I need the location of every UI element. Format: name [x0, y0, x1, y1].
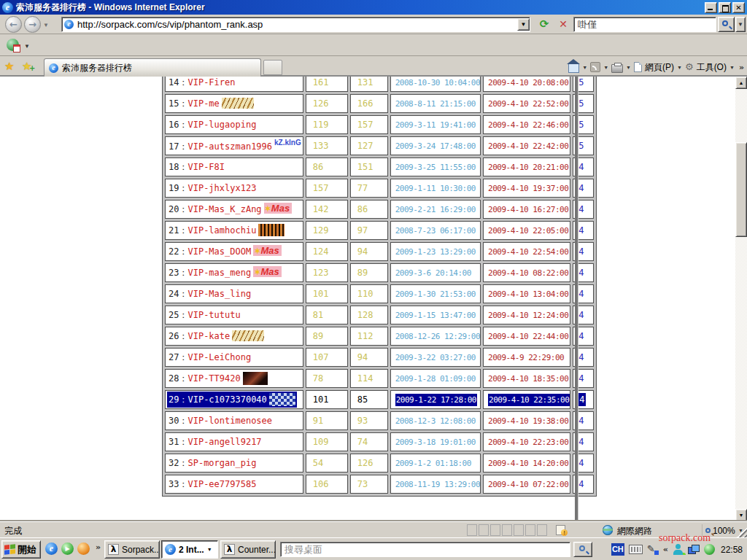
- first-seen-cell: 2009-1-15 13:47:00: [390, 306, 481, 324]
- keyboard-icon[interactable]: [629, 545, 643, 554]
- taskbar-button-label: 2 Int...: [179, 545, 204, 555]
- security-report-icon[interactable]: [556, 525, 565, 535]
- page-menu-label[interactable]: 網頁(P): [645, 61, 674, 74]
- taskbar-button-ie-group[interactable]: e 2 Int... ▼: [161, 540, 218, 559]
- home-icon[interactable]: [568, 63, 579, 73]
- resize-grip: [737, 527, 747, 537]
- table-row: 30：VIP-lontimenosee 91 93 2008-12-3 12:0…: [165, 411, 594, 430]
- start-button[interactable]: 開始: [1, 540, 41, 559]
- refresh-button[interactable]: ⟳: [535, 17, 553, 32]
- vertical-scrollbar[interactable]: ▲ ▼: [735, 77, 747, 521]
- deaths-cell: 112: [350, 327, 388, 346]
- scroll-up-arrow[interactable]: ▲: [735, 77, 747, 89]
- kills-cell: 81: [306, 306, 348, 324]
- player-name-cell: 19：VIP-jhxlyx123: [165, 179, 303, 198]
- home-dropdown-icon[interactable]: ▼: [582, 65, 587, 70]
- player-name: VIP-c1073370040: [187, 394, 266, 405]
- rank-number: 33：: [169, 479, 187, 489]
- quicklaunch-overflow-chevron[interactable]: »: [96, 542, 101, 552]
- taskbar-button-sorpack[interactable]: λ Sorpack...: [104, 540, 160, 559]
- kills-cell: 129: [306, 221, 348, 240]
- table-row: 22：VIP-Mas_DOOMMas 124 94 2009-1-23 13:2…: [165, 242, 594, 261]
- tools-menu-dropdown-icon[interactable]: ▼: [729, 65, 735, 70]
- stop-button[interactable]: ✕: [554, 17, 572, 32]
- scroll-down-arrow[interactable]: ▼: [735, 509, 747, 521]
- first-seen-cell: 2008-12-3 12:08:00: [390, 411, 481, 430]
- table-row: 20：VIP-Mas_K_zAngMas 142 86 2009-2-21 16…: [165, 200, 594, 219]
- page-menu-dropdown-icon[interactable]: ▼: [677, 65, 682, 70]
- table-row: 26：VIP-kate 89 112 2008-12-26 12:29:00 2…: [165, 327, 594, 346]
- quicklaunch-media-icon[interactable]: ▶: [61, 542, 74, 555]
- quicklaunch-app-icon[interactable]: [77, 542, 90, 555]
- player-badge: [258, 224, 285, 236]
- rank-number: 19：: [169, 183, 187, 193]
- minimize-button[interactable]: [705, 2, 717, 13]
- back-button[interactable]: ←: [5, 16, 22, 33]
- first-seen-cell: 2009-1-11 10:30:00: [390, 179, 481, 198]
- search-button[interactable]: [718, 17, 735, 32]
- player-name-cell: 25：VIP-tututu: [165, 306, 303, 324]
- status-text: 完成: [4, 525, 22, 537]
- page-ie-icon: e: [64, 20, 74, 29]
- ie-window: e 索沛服务器排行榜 - Windows Internet Explorer ←…: [0, 0, 747, 560]
- gear-icon[interactable]: ⚙: [685, 62, 694, 72]
- tray-network-icon[interactable]: [688, 545, 700, 555]
- commandbar-overflow-chevron[interactable]: »: [739, 63, 744, 72]
- tools-menu-label[interactable]: 工具(O): [697, 61, 727, 74]
- tray-collapse-chevron[interactable]: «: [663, 545, 668, 554]
- forward-button[interactable]: →: [24, 16, 41, 33]
- scrollbar-thumb[interactable]: [735, 142, 747, 237]
- kills-cell: 133: [306, 136, 348, 155]
- print-dropdown-icon[interactable]: ▼: [626, 65, 631, 70]
- handwriting-icon[interactable]: [647, 544, 659, 556]
- quicklaunch-ie-icon[interactable]: e: [45, 542, 58, 555]
- restore-button[interactable]: [719, 2, 731, 13]
- rss-dropdown-icon[interactable]: ▼: [603, 65, 608, 70]
- last-seen-cell: 2009-4-10 20:21:00: [483, 158, 570, 176]
- deaths-cell: 85: [350, 390, 388, 409]
- new-tab-button[interactable]: [263, 60, 282, 75]
- language-indicator[interactable]: CH: [611, 543, 624, 556]
- player-badge: Mas: [253, 266, 282, 277]
- address-bar[interactable]: e http://sorpack.com/cs/vip/phantom_rank…: [61, 17, 530, 32]
- magnifier-icon: [722, 20, 728, 26]
- player-name-cell: 26：VIP-kate: [165, 327, 303, 346]
- addon-globe-icon[interactable]: [7, 39, 19, 51]
- last-seen-cell: 2009-4-10 16:27:00: [483, 200, 570, 219]
- search-box-text[interactable]: 啩僅: [578, 18, 597, 31]
- kills-cell: 126: [306, 94, 348, 113]
- player-badge: [243, 372, 268, 385]
- tray-user-icon[interactable]: [673, 544, 684, 555]
- player-name: VIP-jhxlyx123: [187, 183, 256, 193]
- desktop-search-button[interactable]: [573, 542, 592, 557]
- favorites-star-icon[interactable]: ★: [4, 60, 14, 73]
- rank-number: 29：: [169, 394, 187, 405]
- player-name-cell: 20：VIP-Mas_K_zAngMas: [165, 200, 303, 219]
- tray-app-icon[interactable]: [704, 544, 715, 555]
- kills-cell: 124: [306, 242, 348, 261]
- tab-active[interactable]: e 索沛服务器排行榜: [44, 58, 261, 77]
- search-options-dropdown[interactable]: ▼: [735, 17, 746, 32]
- deaths-cell: 97: [350, 221, 388, 240]
- rss-icon[interactable]: [590, 62, 600, 72]
- taskbar-button-counter[interactable]: λ Counter...: [220, 540, 276, 559]
- deaths-cell: 77: [350, 179, 388, 198]
- player-name-cell: 15：VIP-me: [165, 94, 303, 113]
- deaths-cell: 131: [350, 77, 388, 92]
- first-seen-cell: 2009-3-25 11:55:00: [390, 158, 481, 176]
- page-menu-icon[interactable]: [634, 62, 642, 72]
- player-name: VIP-Mas_ling: [187, 289, 251, 299]
- addon-dropdown-icon[interactable]: ▼: [24, 43, 30, 50]
- history-dropdown-icon[interactable]: ▼: [43, 22, 49, 28]
- deaths-cell: 166: [350, 94, 388, 113]
- url-text[interactable]: http://sorpack.com/cs/vip/phantom_rank.a…: [77, 19, 263, 30]
- search-box[interactable]: 啩僅: [573, 17, 716, 32]
- add-favorite-plus-icon: +: [29, 64, 35, 72]
- print-icon[interactable]: [611, 64, 623, 73]
- player-name: VIP-mas_meng: [187, 268, 251, 278]
- desktop-search-input[interactable]: 搜尋桌面: [280, 542, 570, 557]
- first-seen-cell: 2009-1-30 21:53:00: [390, 284, 481, 303]
- address-dropdown-button[interactable]: ▼: [517, 18, 530, 31]
- deaths-cell: 114: [350, 369, 388, 388]
- close-button[interactable]: [732, 2, 745, 13]
